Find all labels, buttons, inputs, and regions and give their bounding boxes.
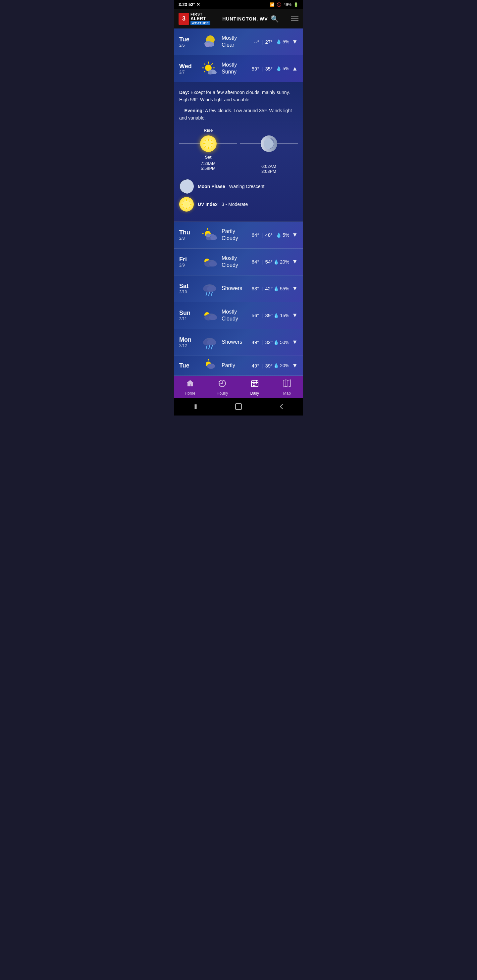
- uv-index-icon: [179, 197, 194, 212]
- day-row-sun-2-11[interactable]: Sun 2/11 MostlyCloudy 56° | 39° 💧 15% ▼: [174, 302, 303, 329]
- uv-index-value: 3 - Moderate: [222, 202, 248, 207]
- day-name: Tue: [179, 36, 198, 43]
- precip: 💧 5%: [273, 66, 289, 71]
- day-date: 2/9: [179, 263, 198, 267]
- sun-moon-section: Rise: [179, 128, 298, 174]
- day-info: Tue 2/6: [179, 36, 198, 48]
- nav-hourly[interactable]: Hourly: [209, 379, 236, 396]
- expand-chevron[interactable]: ▼: [292, 312, 298, 319]
- nav-daily[interactable]: Daily: [241, 379, 268, 396]
- day-row-mon-2-12[interactable]: Mon 2/12 Showers 49° | 32° 💧 50% ▼: [174, 329, 303, 356]
- low-temp: 32°: [265, 339, 273, 345]
- android-recent-button[interactable]: [190, 402, 200, 412]
- logo: 3 FIRST ALERT WEATHER: [179, 12, 211, 25]
- daily-label: Daily: [250, 391, 259, 396]
- drop-icon: 💧: [276, 39, 282, 45]
- svg-line-33: [190, 207, 190, 208]
- day-row-thu-2-8[interactable]: Thu 2/8 PartlyCloudy 64° | 48° 💧 5% ▼: [174, 222, 303, 249]
- nav-home[interactable]: Home: [177, 379, 203, 396]
- svg-line-50: [206, 292, 207, 295]
- day-info: Thu 2/8: [179, 229, 198, 241]
- day-row-fri-2-9[interactable]: Fri 2/9 MostlyCloudy 64° | 54° 💧 20% ▼: [174, 249, 303, 275]
- weather-icon-partly-cloudy: [201, 226, 218, 244]
- low-temp: 39°: [265, 363, 273, 369]
- day-name: Thu: [179, 229, 198, 236]
- weather-icon-mostly-cloudy: [201, 253, 218, 270]
- precip: 💧 5%: [273, 232, 289, 238]
- svg-rect-71: [253, 383, 254, 384]
- condition: Partly: [222, 362, 243, 369]
- svg-rect-75: [256, 383, 257, 384]
- moon-set-time: 3:08PM: [262, 169, 276, 174]
- precip-value: 5%: [282, 39, 289, 45]
- svg-line-9: [204, 64, 205, 65]
- temps: 49° | 39°: [243, 363, 273, 369]
- nav-map[interactable]: Map: [274, 379, 300, 396]
- day-info: Sun 2/11: [179, 310, 198, 321]
- day-row-wed-2-7[interactable]: Wed 2/7 MostlySunny 59°: [174, 55, 303, 82]
- moon-phase-icon: [179, 179, 194, 194]
- day-row-tue-2-6[interactable]: Tue 2/6 MostlyClear --° | 27° 💧 5% ▼: [174, 29, 303, 55]
- svg-point-3: [205, 43, 211, 47]
- sun-times: 7:29AM 5:58PM: [201, 161, 215, 171]
- menu-button[interactable]: [291, 17, 298, 21]
- condition: MostlySunny: [222, 62, 243, 75]
- expand-chevron[interactable]: ▼: [292, 362, 298, 369]
- expand-chevron[interactable]: ▼: [292, 285, 298, 292]
- moon-times: 6:02AM 3:08PM: [262, 164, 276, 174]
- svg-line-34: [190, 200, 190, 201]
- moon-phase-value: Waning Crescent: [229, 184, 264, 189]
- precip: 💧 20%: [273, 259, 289, 264]
- high-temp: --°: [254, 39, 259, 45]
- svg-line-52: [211, 292, 212, 295]
- svg-rect-83: [236, 404, 241, 410]
- day-name: Fri: [179, 256, 198, 263]
- svg-line-21: [205, 140, 206, 141]
- bottom-nav: Home Hourly Dai: [174, 376, 303, 398]
- expand-chevron[interactable]: ▼: [292, 339, 298, 346]
- uv-index-label: UV Index: [198, 202, 218, 207]
- precip: 💧 15%: [273, 313, 289, 318]
- high-temp: 64°: [252, 232, 259, 238]
- logo-number: 3: [179, 13, 189, 25]
- logo-alert: ALERT: [190, 16, 211, 21]
- expand-chevron[interactable]: ▼: [292, 38, 298, 45]
- temps: 59° | 35°: [243, 66, 273, 72]
- day-row-tue-2-13[interactable]: Tue Partly 49° | 39° 💧 20% ▼: [174, 356, 303, 376]
- day-date: 2/11: [179, 317, 198, 321]
- block-icon: 🚫: [277, 2, 282, 7]
- day-name: Wed: [179, 63, 198, 70]
- android-home-button[interactable]: [233, 402, 244, 412]
- precip: 💧 55%: [273, 286, 289, 291]
- day-date: 2/6: [179, 43, 198, 48]
- map-icon: [282, 379, 291, 390]
- day-row-sat-2-10[interactable]: Sat 2/10 Showers 63° | 42° 💧 55% ▼: [174, 275, 303, 302]
- map-label: Map: [283, 391, 291, 396]
- day-name: Sat: [179, 283, 198, 290]
- day-detail-text: Day: Except for a few afternoon clouds, …: [179, 89, 298, 103]
- high-temp: 56°: [252, 313, 259, 318]
- moon-info: Rise 6:02AM 3:08PM: [240, 128, 298, 174]
- svg-point-42: [206, 234, 211, 237]
- high-temp: 49°: [252, 339, 259, 345]
- expand-chevron[interactable]: ▼: [292, 258, 298, 265]
- svg-line-62: [211, 346, 212, 349]
- day-info: Sat 2/10: [179, 283, 198, 294]
- high-temp: 64°: [252, 259, 259, 264]
- collapse-chevron[interactable]: ▲: [292, 65, 298, 72]
- drop-icon: 💧: [276, 232, 282, 238]
- temps: 64° | 54°: [243, 259, 273, 264]
- temps: 64° | 48°: [243, 232, 273, 238]
- svg-line-22: [211, 146, 212, 147]
- logo-text: FIRST ALERT WEATHER: [190, 12, 211, 25]
- expand-chevron[interactable]: ▼: [292, 231, 298, 239]
- rise-label: Rise: [204, 128, 213, 133]
- low-temp: 48°: [265, 232, 273, 238]
- search-icon[interactable]: 🔍: [271, 15, 279, 23]
- drop-icon: 💧: [273, 286, 279, 291]
- svg-point-46: [209, 261, 217, 267]
- android-nav-bar: [174, 398, 303, 415]
- android-back-button[interactable]: [277, 402, 287, 412]
- day-date: 2/7: [179, 70, 198, 75]
- svg-line-11: [212, 64, 213, 65]
